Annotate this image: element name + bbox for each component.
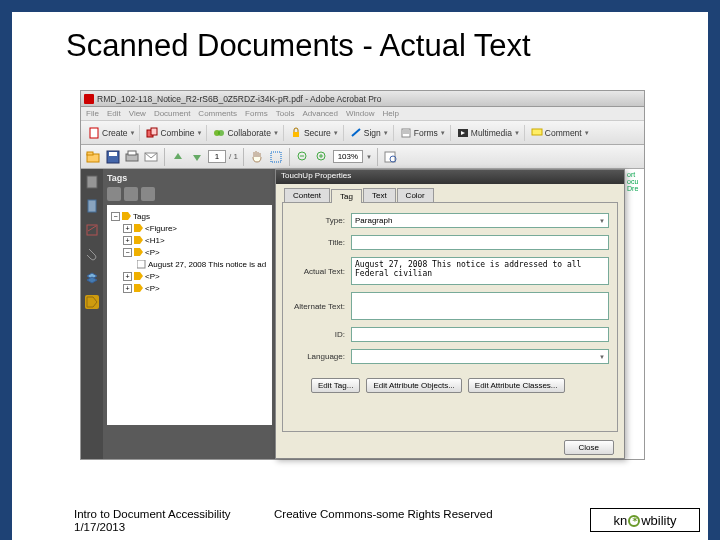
tags-panel: Tags −Tags +<Figure> +<H1> −<P> August 2… [103,169,276,459]
tree-node-p3: +<P> [111,283,268,295]
attachments-panel-icon[interactable] [85,247,99,261]
window-titlebar: RMD_102-118_Notice_R2-rS6B_0Z5RDZ-i34K-p… [81,91,644,107]
svg-rect-15 [109,152,117,156]
menu-forms[interactable]: Forms [245,109,268,118]
hand-tool-icon[interactable] [249,149,265,165]
find-icon[interactable] [383,149,399,165]
tree-text-node: August 27, 2008 This notice is ad [111,259,268,271]
separator [243,148,244,166]
tags-tool-1[interactable] [107,187,121,201]
save-icon[interactable] [105,149,121,165]
type-select[interactable]: Paragraph▼ [351,213,609,228]
page-down-icon[interactable] [189,149,205,165]
create-icon [88,127,100,139]
svg-rect-21 [271,152,281,162]
svg-rect-13 [87,152,93,155]
collaborate-button[interactable]: Collaborate▼ [209,125,283,141]
dialog-title: TouchUp Properties [276,170,624,184]
svg-rect-29 [87,176,97,188]
menu-view[interactable]: View [129,109,146,118]
edit-attribute-objects-button[interactable]: Edit Attribute Objects... [366,378,461,393]
alternate-text-label: Alternate Text: [291,302,351,311]
tags-tool-2[interactable] [124,187,138,201]
comment-button[interactable]: Comment▼ [527,125,594,141]
bookmarks-panel-icon[interactable] [85,199,99,213]
svg-marker-36 [134,224,143,232]
page-up-icon[interactable] [170,149,186,165]
language-select[interactable]: ▼ [351,349,609,364]
page-number-input[interactable] [208,150,226,163]
tags-toolbar [107,187,272,201]
combine-button[interactable]: Combine▼ [142,125,207,141]
menu-advanced[interactable]: Advanced [302,109,338,118]
id-label: ID: [291,330,351,339]
tab-content[interactable]: Content [284,188,330,202]
titlebar-text: RMD_102-118_Notice_R2-rS6B_0Z5RDZ-i34K-p… [97,94,381,104]
svg-marker-35 [122,212,131,220]
menu-help[interactable]: Help [382,109,398,118]
alternate-text-input[interactable] [351,292,609,320]
svg-rect-11 [532,129,542,135]
secure-button[interactable]: Secure▼ [286,125,344,141]
zoom-out-icon[interactable] [295,149,311,165]
edit-attribute-classes-button[interactable]: Edit Attribute Classes... [468,378,565,393]
menu-tools[interactable]: Tools [276,109,295,118]
id-input[interactable] [351,327,609,342]
tags-tree[interactable]: −Tags +<Figure> +<H1> −<P> August 27, 20… [107,205,272,425]
tags-panel-icon[interactable] [85,295,99,309]
collaborate-icon [213,127,225,139]
menubar: File Edit View Document Comments Forms T… [81,107,644,121]
print-icon[interactable] [124,149,140,165]
svg-rect-2 [151,128,157,135]
tree-node-p: −<P> [111,247,268,259]
tree-node-figure: +<Figure> [111,223,268,235]
separator [289,148,290,166]
pdf-app-icon [84,94,94,104]
zoom-input[interactable] [333,150,363,163]
svg-marker-40 [134,272,143,280]
combine-icon [146,127,158,139]
multimedia-icon [457,127,469,139]
separator [377,148,378,166]
signatures-panel-icon[interactable] [85,223,99,237]
zoom-dropdown[interactable]: ▼ [366,154,372,160]
sign-button[interactable]: Sign▼ [346,125,394,141]
actual-text-label: Actual Text: [291,267,351,276]
tab-text[interactable]: Text [363,188,396,202]
slide-footer: Intro to Document Accessibility 1/17/201… [0,505,720,540]
menu-edit[interactable]: Edit [107,109,121,118]
menu-document[interactable]: Document [154,109,190,118]
select-tool-icon[interactable] [268,149,284,165]
type-label: Type: [291,216,351,225]
comment-icon [531,127,543,139]
forms-icon [400,127,412,139]
create-button[interactable]: Create▼ [84,125,140,141]
svg-point-4 [218,130,224,136]
open-icon[interactable] [86,149,102,165]
tags-options-icon[interactable] [141,187,155,201]
sign-icon [350,127,362,139]
menu-window[interactable]: Window [346,109,374,118]
forms-button[interactable]: Forms▼ [396,125,451,141]
layers-panel-icon[interactable] [85,271,99,285]
close-button[interactable]: Close [564,440,614,455]
email-icon[interactable] [143,149,159,165]
footer-date: 1/17/2013 [74,521,254,534]
menu-file[interactable]: File [86,109,99,118]
pages-panel-icon[interactable] [85,175,99,189]
svg-marker-37 [134,236,143,244]
footer-left: Intro to Document Accessibility 1/17/201… [74,508,254,533]
svg-marker-20 [193,155,201,161]
tab-tag[interactable]: Tag [331,189,362,203]
multimedia-button[interactable]: Multimedia▼ [453,125,525,141]
dialog-tabs: Content Tag Text Color [276,188,624,202]
page-total: / 1 [229,152,238,161]
language-label: Language: [291,352,351,361]
svg-rect-0 [90,128,98,138]
actual-text-input[interactable]: August 27, 2008 This notice is addressed… [351,257,609,285]
tab-color[interactable]: Color [397,188,434,202]
zoom-in-icon[interactable] [314,149,330,165]
edit-tag-button[interactable]: Edit Tag... [311,378,360,393]
menu-comments[interactable]: Comments [198,109,237,118]
title-input[interactable] [351,235,609,250]
